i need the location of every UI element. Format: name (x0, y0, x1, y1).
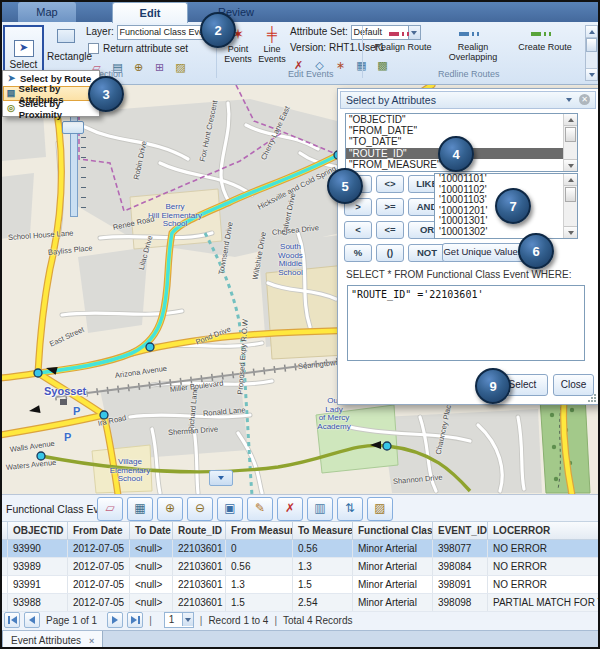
select-cursor-icon: ➤ (14, 40, 34, 57)
clear-selection-button[interactable]: ▱ (97, 497, 123, 521)
save-button[interactable]: ▣ (217, 497, 243, 521)
chevron-down-icon[interactable] (182, 613, 193, 626)
ribbon-scrollbar[interactable] (585, 25, 598, 81)
scroll-down-icon[interactable] (586, 68, 597, 80)
return-attribute-set-checkbox[interactable] (88, 43, 99, 54)
edit-records-button[interactable]: ✎ (247, 497, 273, 521)
tab-map[interactable]: Map (18, 2, 76, 22)
column-header-to-date[interactable]: To Date (130, 522, 173, 539)
rectangle-button[interactable]: Rectangle (47, 27, 85, 67)
row-handle[interactable] (0, 540, 8, 557)
table-cell: 22103601 (173, 558, 226, 575)
scroll-up-icon[interactable] (586, 26, 597, 38)
switch-selection-button[interactable]: ▦ (127, 497, 153, 521)
pan-to-selected-icon[interactable]: ⊞ (151, 59, 168, 76)
table-cell: 93989 (8, 558, 68, 575)
group-divider (362, 26, 363, 78)
page-indicator: Page 1 of 1 (46, 615, 97, 626)
operator-button->=[interactable]: >= (376, 198, 404, 216)
map-pan-down-button[interactable] (209, 470, 233, 486)
row-handle[interactable] (0, 558, 8, 575)
table-row[interactable]: 939882012-07-05<null>221036011.52.54Mino… (0, 594, 600, 612)
table-cell: <null> (130, 558, 173, 575)
table-row[interactable]: 939892012-07-05<null>221036010.561.3Mino… (0, 558, 600, 576)
tab-edit[interactable]: Edit (112, 2, 188, 23)
operator-button-<=[interactable]: <= (376, 221, 404, 239)
select-button[interactable]: ➤ Select (3, 25, 44, 72)
dialog-title[interactable]: Select by Attributes (340, 91, 596, 109)
map-zoom-slider-thumb[interactable] (62, 121, 84, 134)
line-events-label: Line Events (258, 44, 286, 64)
snap-event-icon[interactable]: ∗ (332, 57, 349, 74)
column-header-route_id[interactable]: Route_ID (173, 522, 226, 539)
table-cell: 1.5 (226, 594, 293, 611)
scrollbar-thumb[interactable] (565, 127, 576, 142)
operator-button-not[interactable]: NOT (408, 244, 446, 262)
operator-button-<>[interactable]: <> (376, 175, 404, 193)
scrollbar-thumb[interactable] (565, 187, 576, 202)
first-page-button[interactable] (4, 612, 20, 628)
realign-route-button[interactable]: Realign Route (370, 28, 436, 52)
zoom-to-selected-icon[interactable]: ⊕ (130, 59, 147, 76)
delete-records-button[interactable]: ✗ (277, 497, 303, 521)
row-handle-header (0, 522, 8, 539)
field-item[interactable]: "FROM_DATE" (346, 125, 577, 136)
row-handle[interactable] (0, 576, 8, 593)
realign-overlapping-button[interactable]: Realign Overlapping (440, 28, 506, 62)
export-button[interactable]: ▨ (367, 497, 393, 521)
zoom-to-selection-button[interactable]: ⊕ (157, 497, 183, 521)
scroll-up-icon[interactable] (564, 174, 577, 186)
scroll-up-icon[interactable] (564, 114, 577, 126)
edit-records-icon: ✎ (248, 498, 272, 519)
operator-button-<[interactable]: < (344, 221, 372, 239)
record-total-text: Total 4 Records (283, 615, 352, 626)
value-list-scrollbar[interactable] (563, 174, 577, 238)
table-row[interactable]: 939912012-07-05<null>221036011.31.5Minor… (0, 576, 600, 594)
table-row[interactable]: 939902012-07-05<null>2210360100.56Minor … (0, 540, 600, 558)
table-cell: 398091 (433, 576, 488, 593)
get-unique-values-button[interactable]: Get Unique Values (442, 243, 524, 262)
dialog-menu-icon[interactable] (566, 98, 572, 102)
table-cell: 398077 (433, 540, 488, 557)
line-events-button[interactable]: ╪ Line Events (256, 26, 288, 64)
page-number-select[interactable]: 1 (164, 612, 194, 628)
column-header-from-measure[interactable]: From Measure (226, 522, 293, 539)
table-cell: 1.3 (293, 558, 353, 575)
sort-button[interactable]: ⇅ (337, 497, 363, 521)
column-header-from-date[interactable]: From Date (68, 522, 130, 539)
train-station-marker (60, 399, 67, 405)
field-item[interactable]: "OBJECTID" (346, 114, 577, 125)
layers-icon[interactable]: ▨ (172, 59, 189, 76)
column-header-locerror[interactable]: LOCERROR (488, 522, 600, 539)
event-grid-icon[interactable]: ▩ (374, 57, 391, 74)
close-icon[interactable]: ✕ (579, 94, 590, 105)
select-by-attributes-dialog: Select by Attributes ✕ "OBJECTID""FROM_D… (337, 88, 599, 405)
scroll-down-icon[interactable] (564, 159, 577, 171)
column-header-functional-class[interactable]: Functional Class (353, 522, 433, 539)
attribute-window-button[interactable]: ▥ (307, 497, 333, 521)
attribute-table[interactable]: OBJECTIDFrom DateTo DateRoute_IDFrom Mea… (0, 521, 600, 612)
value-item[interactable]: '10001302' (435, 227, 577, 238)
next-page-button[interactable] (107, 612, 123, 628)
scroll-down-icon[interactable] (564, 226, 577, 238)
pan-to-selection-button[interactable]: ⊖ (187, 497, 213, 521)
previous-page-button[interactable] (24, 612, 40, 628)
resize-handle[interactable] (587, 393, 596, 402)
column-header-objectid[interactable]: OBJECTID (8, 522, 68, 539)
value-item[interactable]: '10001101' (435, 174, 577, 185)
create-route-button[interactable]: Create Route (512, 28, 578, 52)
close-icon[interactable]: × (89, 636, 94, 646)
operator-button-()[interactable]: () (376, 244, 404, 262)
operator-button-%[interactable]: % (344, 244, 372, 262)
field-list-scrollbar[interactable] (563, 114, 577, 171)
select-by-proximity-icon: ◎ (6, 103, 16, 114)
column-header-event_id[interactable]: EVENT_ID (433, 522, 488, 539)
column-header-to-measure[interactable]: To Measure (293, 522, 353, 539)
menu-item-select-by-proximity[interactable]: ◎Select by Proximity (3, 101, 99, 116)
row-handle[interactable] (0, 594, 8, 611)
where-clause-label: SELECT * FROM Functional Class Event WHE… (346, 269, 571, 280)
where-clause-input[interactable]: "ROUTE_ID" ='22103601' (347, 285, 585, 361)
tab-event-attributes[interactable]: Event Attributes × (2, 631, 103, 649)
last-page-button[interactable] (127, 612, 143, 628)
scrollbar-thumb[interactable] (586, 38, 597, 52)
